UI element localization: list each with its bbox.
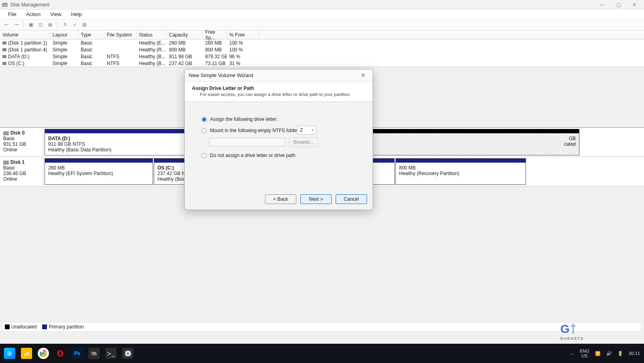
date-indicator[interactable]: 30-11 — [629, 351, 640, 356]
list-icon[interactable]: ▤ — [46, 21, 54, 29]
check-icon[interactable]: ✓ — [71, 21, 79, 29]
diskmgmt-icon[interactable]: 💽 — [122, 348, 133, 359]
tray-chevron-icon[interactable]: ︿ — [570, 351, 574, 357]
col-filesystem[interactable]: File System — [104, 31, 137, 39]
partition[interactable]: DATA (D:)911.98 GB NTFSHealthy (Basic Da… — [45, 129, 185, 155]
opera-icon[interactable] — [55, 348, 66, 359]
grid-icon[interactable]: ▥ — [80, 21, 88, 29]
volume-row[interactable]: (Disk 1 partition 4)SimpleBasicHealthy (… — [0, 46, 644, 53]
explorer-icon[interactable]: 📁 — [21, 348, 32, 359]
refresh-icon[interactable]: ↻ — [61, 21, 69, 29]
taskbar: ⊞ 📁 Ps 🛍 ≻_ 💽 ︿ ENGUS 🛜 🔊 🔋 30-11 — [0, 344, 644, 363]
option-no-assign-label: Do not assign a drive letter or drive pa… — [210, 153, 296, 158]
maximize-button[interactable]: ▢ — [610, 0, 626, 10]
chrome-icon[interactable] — [38, 348, 49, 359]
menubar: File Action View Help — [0, 10, 644, 19]
col-volume[interactable]: Volume — [0, 31, 50, 39]
volume-table: Volume Layout Type File System Status Ca… — [0, 31, 644, 67]
window-title: Disk Management — [10, 2, 594, 8]
col-free[interactable]: Free Sp... — [203, 31, 227, 39]
radio-assign-letter[interactable] — [202, 117, 207, 122]
start-button[interactable]: ⊞ — [4, 348, 15, 359]
col-status[interactable]: Status — [137, 31, 167, 39]
menu-help[interactable]: Help — [66, 11, 87, 17]
volume-icon[interactable]: 🔊 — [606, 351, 612, 356]
volume-row[interactable]: (Disk 1 partition 1)SimpleBasicHealthy (… — [0, 39, 644, 46]
col-type[interactable]: Type — [78, 31, 104, 39]
photoshop-icon[interactable]: Ps — [71, 348, 83, 359]
browse-button: Browse... — [289, 137, 318, 147]
menu-action[interactable]: Action — [21, 11, 45, 17]
mount-path-input — [209, 138, 285, 147]
legend: Unallocated Primary partition — [3, 322, 641, 331]
terminal-icon[interactable]: ≻_ — [105, 348, 116, 359]
option-mount-folder-label: Mount in the following empty NTFS folder… — [210, 128, 300, 133]
chevron-down-icon: ▾ — [312, 128, 314, 132]
nav-forward-icon[interactable]: ⭢ — [12, 21, 20, 29]
volume-row[interactable]: DATA (D:)SimpleBasicNTFSHealthy (B...911… — [0, 53, 644, 60]
table-icon[interactable]: ▦ — [27, 21, 35, 29]
wizard-banner-title: Assign Drive Letter or Path — [192, 86, 365, 91]
titlebar: Disk Management — ▢ ✕ — [0, 0, 644, 10]
option-mount-folder[interactable]: Mount in the following empty NTFS folder… — [202, 128, 358, 133]
col-layout[interactable]: Layout — [50, 31, 78, 39]
minimize-button[interactable]: — — [594, 0, 610, 10]
partition[interactable]: 260 MBHealthy (EFI System Partition) — [45, 158, 153, 185]
back-button[interactable]: < Back — [265, 194, 296, 204]
legend-unallocated: Unallocated — [5, 324, 37, 330]
drive-letter-dropdown[interactable]: Z ▾ — [297, 126, 316, 135]
legend-primary: Primary partition — [42, 324, 84, 330]
radio-mount-folder[interactable] — [202, 128, 207, 133]
drive-letter-value: Z — [300, 127, 303, 133]
svg-rect-1 — [2, 3, 7, 4]
wizard-title: New Simple Volume Wizard — [189, 72, 357, 78]
toolbar: ⭠ ⭢ ▦ ◫ ▤ ↻ ✓ ▥ — [0, 19, 644, 31]
toolbar-separator — [23, 21, 24, 29]
option-assign-letter[interactable]: Assign the following drive letter: — [202, 116, 358, 122]
properties-icon[interactable]: ◫ — [37, 21, 45, 29]
wizard-banner-subtitle: For easier access, you can assign a driv… — [200, 92, 365, 97]
cancel-button[interactable]: Cancel — [336, 194, 367, 204]
option-assign-letter-label: Assign the following drive letter: — [210, 116, 278, 122]
disk-info[interactable]: Disk 1Basic238.46 GBOnline — [0, 157, 43, 186]
mount-path-row: Browse... — [209, 137, 358, 147]
wizard-footer: < Back Next > Cancel — [185, 190, 373, 210]
col-tail — [259, 31, 644, 39]
wizard-header[interactable]: New Simple Volume Wizard ✕ — [185, 69, 373, 82]
wizard-body: Assign the following drive letter: Z ▾ M… — [185, 102, 373, 190]
menu-file[interactable]: File — [3, 11, 21, 17]
battery-icon[interactable]: 🔋 — [618, 351, 623, 356]
wizard-dialog: New Simple Volume Wizard ✕ Assign Drive … — [184, 69, 373, 210]
svg-point-4 — [42, 352, 45, 355]
menu-view[interactable]: View — [45, 11, 66, 17]
store-icon[interactable]: 🛍 — [88, 348, 100, 359]
volume-header-row: Volume Layout Type File System Status Ca… — [0, 31, 644, 39]
wizard-banner: Assign Drive Letter or Path For easier a… — [185, 82, 373, 102]
partition[interactable]: 800 MBHealthy (Recovery Partition) — [395, 158, 526, 185]
nav-back-icon[interactable]: ⭠ — [2, 21, 10, 29]
close-button[interactable]: ✕ — [626, 0, 642, 10]
watermark: G↑ GADGETS — [560, 318, 584, 341]
next-button[interactable]: Next > — [300, 194, 332, 204]
radio-no-assign[interactable] — [202, 153, 207, 158]
col-capacity[interactable]: Capacity — [167, 31, 203, 39]
toolbar-separator — [57, 21, 58, 29]
wizard-close-button[interactable]: ✕ — [357, 71, 369, 80]
wifi-icon[interactable]: 🛜 — [595, 351, 601, 356]
option-no-assign[interactable]: Do not assign a drive letter or drive pa… — [202, 153, 358, 158]
volume-row[interactable]: OS (C:)SimpleBasicNTFSHealthy (B...237.4… — [0, 60, 644, 67]
language-indicator[interactable]: ENGUS — [580, 349, 589, 358]
app-icon — [2, 2, 8, 8]
svg-point-6 — [59, 351, 62, 356]
col-pct[interactable]: % Free — [227, 31, 259, 39]
disk-info[interactable]: Disk 0Basic931.51 GBOnline — [0, 128, 43, 157]
